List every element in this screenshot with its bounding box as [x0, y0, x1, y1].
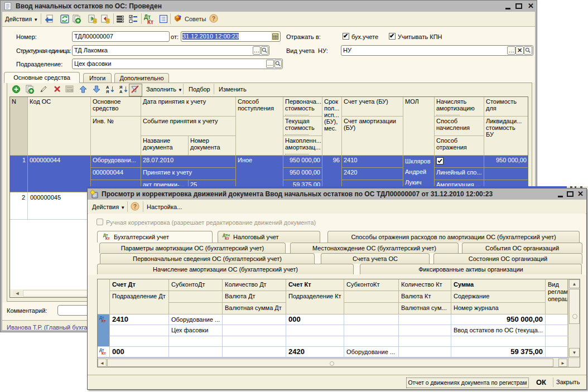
svg-text:ЕОВ: ЕОВ [67, 89, 73, 92]
svg-text:?: ? [212, 16, 215, 22]
svg-text:А: А [119, 89, 123, 94]
svg-text:?: ? [178, 14, 181, 20]
svg-text:Я: Я [106, 89, 109, 94]
svg-text:?: ? [133, 204, 137, 210]
